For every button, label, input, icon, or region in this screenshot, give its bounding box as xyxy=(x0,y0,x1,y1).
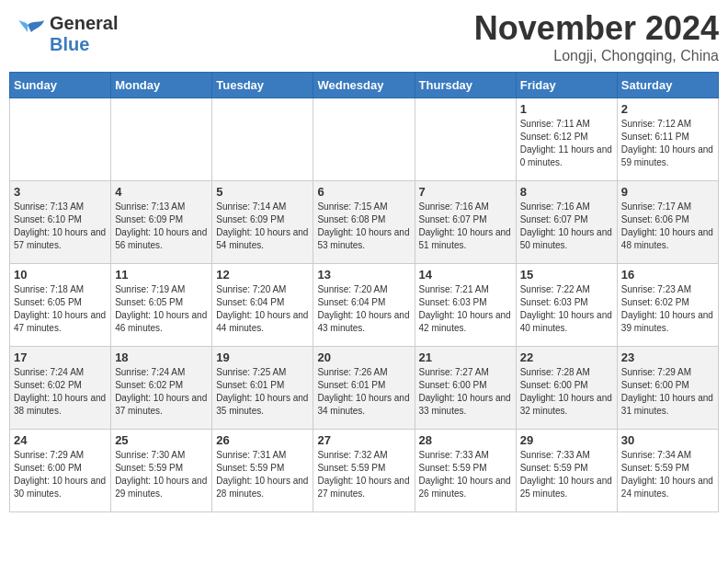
day-info: Sunrise: 7:17 AM Sunset: 6:06 PM Dayligh… xyxy=(621,201,714,252)
day-number: 23 xyxy=(621,350,714,364)
day-info: Sunrise: 7:13 AM Sunset: 6:10 PM Dayligh… xyxy=(14,201,107,252)
day-number: 28 xyxy=(419,433,512,447)
table-row xyxy=(415,98,516,181)
day-info: Sunrise: 7:14 AM Sunset: 6:09 PM Dayligh… xyxy=(216,201,309,252)
day-number: 8 xyxy=(520,185,613,199)
table-row xyxy=(212,98,313,181)
day-info: Sunrise: 7:33 AM Sunset: 5:59 PM Dayligh… xyxy=(419,449,512,500)
day-info: Sunrise: 7:33 AM Sunset: 5:59 PM Dayligh… xyxy=(520,449,613,500)
table-row: 23Sunrise: 7:29 AM Sunset: 6:00 PM Dayli… xyxy=(617,347,718,430)
day-number: 27 xyxy=(317,433,410,447)
table-row: 2Sunrise: 7:12 AM Sunset: 6:11 PM Daylig… xyxy=(617,98,718,181)
table-row: 3Sunrise: 7:13 AM Sunset: 6:10 PM Daylig… xyxy=(10,181,111,264)
day-number: 12 xyxy=(216,268,309,282)
table-row xyxy=(313,98,415,181)
day-number: 19 xyxy=(216,350,309,364)
table-row xyxy=(10,98,111,181)
table-row: 18Sunrise: 7:24 AM Sunset: 6:02 PM Dayli… xyxy=(111,347,212,430)
day-number: 30 xyxy=(621,433,714,447)
day-info: Sunrise: 7:31 AM Sunset: 5:59 PM Dayligh… xyxy=(216,449,309,500)
day-info: Sunrise: 7:13 AM Sunset: 6:09 PM Dayligh… xyxy=(115,201,208,252)
day-number: 20 xyxy=(317,350,410,364)
table-row: 16Sunrise: 7:23 AM Sunset: 6:02 PM Dayli… xyxy=(617,264,718,347)
day-info: Sunrise: 7:26 AM Sunset: 6:01 PM Dayligh… xyxy=(317,366,410,418)
table-row: 5Sunrise: 7:14 AM Sunset: 6:09 PM Daylig… xyxy=(212,181,313,264)
table-row: 28Sunrise: 7:33 AM Sunset: 5:59 PM Dayli… xyxy=(415,430,516,512)
logo-general-text: General xyxy=(50,13,118,34)
day-number: 3 xyxy=(14,185,107,199)
day-number: 7 xyxy=(419,185,512,199)
table-row: 24Sunrise: 7:29 AM Sunset: 6:00 PM Dayli… xyxy=(10,430,111,512)
day-info: Sunrise: 7:24 AM Sunset: 6:02 PM Dayligh… xyxy=(115,366,208,418)
day-info: Sunrise: 7:25 AM Sunset: 6:01 PM Dayligh… xyxy=(216,366,309,418)
day-number: 14 xyxy=(419,268,512,282)
page-header: General Blue November 2024 Longji, Chong… xyxy=(9,9,719,64)
table-row: 12Sunrise: 7:20 AM Sunset: 6:04 PM Dayli… xyxy=(212,264,313,347)
table-row: 10Sunrise: 7:18 AM Sunset: 6:05 PM Dayli… xyxy=(10,264,111,347)
header-friday: Friday xyxy=(516,73,617,98)
calendar-week-row: 3Sunrise: 7:13 AM Sunset: 6:10 PM Daylig… xyxy=(10,181,719,264)
table-row xyxy=(111,98,212,181)
day-number: 2 xyxy=(621,102,714,116)
day-info: Sunrise: 7:16 AM Sunset: 6:07 PM Dayligh… xyxy=(419,201,512,252)
day-info: Sunrise: 7:21 AM Sunset: 6:03 PM Dayligh… xyxy=(419,283,512,335)
table-row: 27Sunrise: 7:32 AM Sunset: 5:59 PM Dayli… xyxy=(313,430,415,512)
day-info: Sunrise: 7:22 AM Sunset: 6:03 PM Dayligh… xyxy=(520,283,613,335)
table-row: 22Sunrise: 7:28 AM Sunset: 6:00 PM Dayli… xyxy=(516,347,617,430)
day-number: 6 xyxy=(317,185,410,199)
calendar-week-row: 1Sunrise: 7:11 AM Sunset: 6:12 PM Daylig… xyxy=(10,98,719,181)
day-number: 18 xyxy=(115,350,208,364)
table-row: 21Sunrise: 7:27 AM Sunset: 6:00 PM Dayli… xyxy=(415,347,516,430)
day-info: Sunrise: 7:16 AM Sunset: 6:07 PM Dayligh… xyxy=(520,201,613,252)
day-info: Sunrise: 7:30 AM Sunset: 5:59 PM Dayligh… xyxy=(115,449,208,500)
table-row: 7Sunrise: 7:16 AM Sunset: 6:07 PM Daylig… xyxy=(415,181,516,264)
day-number: 10 xyxy=(14,268,107,282)
location-title: Longji, Chongqing, China xyxy=(474,48,719,64)
day-number: 13 xyxy=(317,268,410,282)
table-row: 14Sunrise: 7:21 AM Sunset: 6:03 PM Dayli… xyxy=(415,264,516,347)
calendar-week-row: 10Sunrise: 7:18 AM Sunset: 6:05 PM Dayli… xyxy=(10,264,719,347)
calendar-week-row: 24Sunrise: 7:29 AM Sunset: 6:00 PM Dayli… xyxy=(10,430,719,512)
day-number: 1 xyxy=(520,102,613,116)
day-info: Sunrise: 7:23 AM Sunset: 6:02 PM Dayligh… xyxy=(621,283,714,335)
table-row: 8Sunrise: 7:16 AM Sunset: 6:07 PM Daylig… xyxy=(516,181,617,264)
day-info: Sunrise: 7:32 AM Sunset: 5:59 PM Dayligh… xyxy=(317,449,410,500)
day-number: 15 xyxy=(520,268,613,282)
table-row: 4Sunrise: 7:13 AM Sunset: 6:09 PM Daylig… xyxy=(111,181,212,264)
day-info: Sunrise: 7:20 AM Sunset: 6:04 PM Dayligh… xyxy=(317,283,410,335)
table-row: 9Sunrise: 7:17 AM Sunset: 6:06 PM Daylig… xyxy=(617,181,718,264)
day-number: 29 xyxy=(520,433,613,447)
table-row: 29Sunrise: 7:33 AM Sunset: 5:59 PM Dayli… xyxy=(516,430,617,512)
day-number: 17 xyxy=(14,350,107,364)
calendar-week-row: 17Sunrise: 7:24 AM Sunset: 6:02 PM Dayli… xyxy=(10,347,719,430)
table-row: 15Sunrise: 7:22 AM Sunset: 6:03 PM Dayli… xyxy=(516,264,617,347)
logo: General Blue xyxy=(9,9,118,55)
header-tuesday: Tuesday xyxy=(212,73,313,98)
day-info: Sunrise: 7:24 AM Sunset: 6:02 PM Dayligh… xyxy=(14,366,107,418)
day-number: 22 xyxy=(520,350,613,364)
calendar-header-row: Sunday Monday Tuesday Wednesday Thursday… xyxy=(10,73,719,98)
table-row: 25Sunrise: 7:30 AM Sunset: 5:59 PM Dayli… xyxy=(111,430,212,512)
logo-bird-icon xyxy=(9,16,46,52)
day-number: 4 xyxy=(115,185,208,199)
table-row: 30Sunrise: 7:34 AM Sunset: 5:59 PM Dayli… xyxy=(617,430,718,512)
day-number: 11 xyxy=(115,268,208,282)
header-sunday: Sunday xyxy=(10,73,111,98)
day-info: Sunrise: 7:28 AM Sunset: 6:00 PM Dayligh… xyxy=(520,366,613,418)
header-wednesday: Wednesday xyxy=(313,73,415,98)
title-block: November 2024 Longji, Chongqing, China xyxy=(474,9,719,64)
month-title: November 2024 xyxy=(474,9,719,48)
table-row: 13Sunrise: 7:20 AM Sunset: 6:04 PM Dayli… xyxy=(313,264,415,347)
header-thursday: Thursday xyxy=(415,73,516,98)
day-number: 5 xyxy=(216,185,309,199)
table-row: 26Sunrise: 7:31 AM Sunset: 5:59 PM Dayli… xyxy=(212,430,313,512)
table-row: 20Sunrise: 7:26 AM Sunset: 6:01 PM Dayli… xyxy=(313,347,415,430)
day-number: 9 xyxy=(621,185,714,199)
header-monday: Monday xyxy=(111,73,212,98)
table-row: 1Sunrise: 7:11 AM Sunset: 6:12 PM Daylig… xyxy=(516,98,617,181)
day-number: 24 xyxy=(14,433,107,447)
day-number: 25 xyxy=(115,433,208,447)
day-info: Sunrise: 7:11 AM Sunset: 6:12 PM Dayligh… xyxy=(520,118,613,169)
day-info: Sunrise: 7:29 AM Sunset: 6:00 PM Dayligh… xyxy=(621,366,714,418)
day-number: 21 xyxy=(419,350,512,364)
